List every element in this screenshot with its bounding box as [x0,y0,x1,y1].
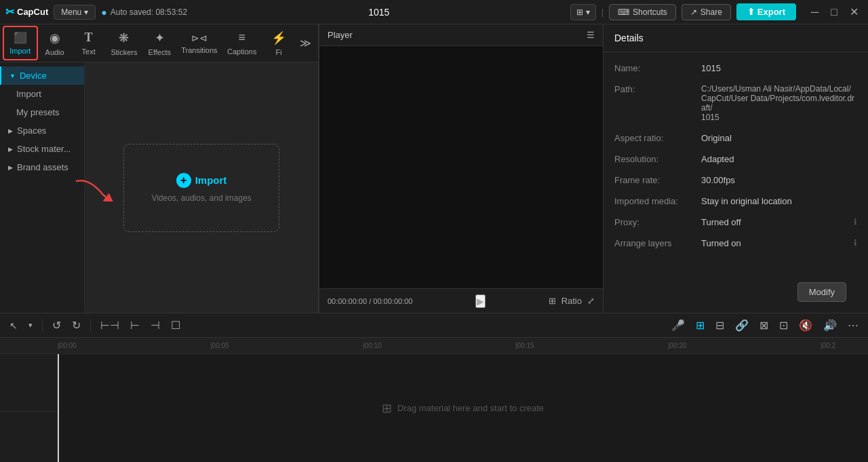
audio-tab-label: Audio [45,48,64,56]
drag-hint: ⊞ Drag material here and start to create [382,401,544,416]
detail-row-arrange-layers: Arrange layers Turned on ℹ [604,233,868,254]
timeline-undo-button[interactable]: ↺ [48,316,65,334]
timeline-align-button[interactable]: ⊠ [755,316,772,334]
tab-transitions[interactable]: ⊳⊲ Transitions [176,28,222,58]
timeline-link-button[interactable]: 🔗 [731,316,753,334]
drag-hint-text: Drag material here and start to create [397,403,544,413]
minimize-button[interactable]: ─ [807,4,823,20]
ruler-tick-1: |00:05 [210,342,229,349]
timeline-redo-button[interactable]: ↻ [68,316,85,334]
import-tab-label: Import [9,47,31,55]
modify-button[interactable]: Modify [797,282,846,302]
tab-fi[interactable]: ⚡ Fi [262,26,296,60]
timeline-select-dropdown[interactable]: ▾ [24,318,37,332]
player-ratio-button[interactable]: Ratio [561,296,582,306]
shortcuts-icon: ⌨ [618,7,629,17]
view-layout-button[interactable]: ⊞ ▾ [570,4,595,20]
share-button[interactable]: ↗ Share [682,4,731,20]
timeline-trim-left-button[interactable]: ⊢ [126,316,144,334]
autosave-dot-icon: ● [101,7,106,18]
captions-tab-icon: ≡ [239,31,246,45]
stock-arrow-icon: ▶ [8,146,13,153]
player-controls: 00:00:00:00 / 00:00:00:00 ▶ ⊞ Ratio ⤢ [319,288,603,313]
arrow-indicator-icon [69,174,123,201]
menu-button[interactable]: Menu ▾ [54,5,96,20]
timeline-more-button[interactable]: ⋯ [844,316,863,334]
plus-circle-icon: + [176,173,191,188]
drag-hint-icon: ⊞ [382,401,392,416]
detail-row-path: Path: C:/Users/Usman Ali Nasir/AppData/L… [604,79,868,128]
player-panel: Player ☰ 00:00:00:00 / 00:00:00:00 ▶ ⊞ R… [319,24,604,313]
toolbar-tabs: ⬛ Import ◉ Audio T Text ❋ Stickers ✦ Eff… [0,24,318,62]
detail-value-proxy: Turned off [701,217,846,227]
timeline-trim-right-button[interactable]: ⊣ [146,316,164,334]
detail-label-arrange-layers: Arrange layers [614,238,696,248]
ruler-tick-4: |00:20 [668,342,687,349]
audio-tab-icon: ◉ [50,31,60,45]
detail-value-imported-media: Stay in original location [701,196,857,206]
import-drop-zone[interactable]: + Import Videos, audios, and images [123,144,279,232]
arrange-info-icon[interactable]: ℹ [854,238,857,248]
export-button[interactable]: ⬆ Export [736,3,796,20]
timeline-mic-button[interactable]: 🎤 [667,316,689,334]
import-sub-label: Import [16,89,41,99]
fi-tab-label: Fi [275,48,281,56]
detail-value-path: C:/Users/Usman Ali Nasir/AppData/Local/C… [701,84,857,122]
tab-stickers[interactable]: ❋ Stickers [106,26,143,60]
tab-more-button[interactable]: ≫ [296,33,315,54]
my-presets-label: My presets [16,107,60,117]
player-menu-icon[interactable]: ☰ [587,30,595,40]
timeline-split-button[interactable]: ⊢⊣ [96,316,123,334]
ruler-tick-2: |00:10 [363,342,382,349]
timeline-vol-button[interactable]: 🔊 [819,316,841,334]
sidebar-item-my-presets[interactable]: My presets [0,103,84,121]
sidebar-item-device[interactable]: ▼ Device [0,66,84,85]
tab-captions[interactable]: ≡ Captions [222,26,262,60]
detail-label-aspect: Aspect ratio: [614,133,696,143]
proxy-info-icon[interactable]: ℹ [854,217,857,227]
timeline-mute-button[interactable]: 🔇 [795,316,816,334]
import-subtitle: Videos, audios, and images [151,193,251,203]
timeline-tracks: ⊞ Drag material here and start to create [0,354,868,462]
ruler-tick-5: |00:2 [821,342,835,349]
detail-value-name: 1015 [701,63,857,73]
detail-value-resolution: Adapted [701,154,857,164]
close-button[interactable]: ✕ [846,4,863,20]
tab-text[interactable]: T Text [72,26,106,60]
details-footer: Modify [604,271,868,313]
transitions-tab-label: Transitions [181,46,217,54]
top-bar: ✂ CapCut Menu ▾ ● Auto saved: 08:53:52 1… [0,0,868,24]
timeline-section: ↖ ▾ ↺ ↻ ⊢⊣ ⊢ ⊣ ☐ 🎤 ⊞ ⊟ 🔗 ⊠ ⊡ 🔇 🔊 ⋯ |00:0… [0,313,868,462]
timeline-toolbar: ↖ ▾ ↺ ↻ ⊢⊣ ⊢ ⊣ ☐ 🎤 ⊞ ⊟ 🔗 ⊠ ⊡ 🔇 🔊 ⋯ [0,313,868,338]
shortcuts-button[interactable]: ⌨ Shortcuts [609,4,676,20]
player-fit-button[interactable]: ⊞ [549,296,556,306]
fi-tab-icon: ⚡ [271,31,286,45]
timeline-snap-button[interactable]: ⊞ [692,316,709,334]
sidebar-item-import[interactable]: Import [0,85,84,103]
player-header: Player ☰ [319,24,603,46]
track-labels [0,354,58,462]
sidebar-item-spaces[interactable]: ▶ Spaces [0,121,84,140]
detail-row-name: Name: 1015 [604,58,868,79]
tab-audio[interactable]: ◉ Audio [38,26,72,60]
timeline-captions-button[interactable]: ⊡ [775,316,792,334]
device-label: Device [20,71,47,81]
timeline-select-button[interactable]: ↖ [5,317,22,334]
maximize-button[interactable]: □ [827,4,842,20]
autosave-text: Auto saved: 08:53:52 [111,7,187,17]
import-drop-button[interactable]: + Import [176,173,227,188]
timeline-delete-button[interactable]: ☐ [167,316,184,334]
tab-import[interactable]: ⬛ Import [3,26,38,60]
timeline-magnet-button[interactable]: ⊟ [711,316,728,334]
ruler-tick-0: |00:00 [58,342,77,349]
player-time-total: 00:00:00:00 [373,297,412,305]
details-header: Details [604,24,868,52]
sidebar-item-stock-material[interactable]: ▶ Stock mater... [0,140,84,158]
detail-row-proxy: Proxy: Turned off ℹ [604,212,868,233]
player-fullscreen-button[interactable]: ⤢ [587,296,595,306]
player-play-button[interactable]: ▶ [475,294,486,308]
timeline-ruler: |00:00 |00:05 |00:10 |00:15 |00:20 |00:2 [0,338,868,354]
player-time-current: 00:00:00:00 [328,297,367,305]
tab-effects[interactable]: ✦ Effects [142,26,176,60]
brand-label: Brand assets [17,162,68,172]
